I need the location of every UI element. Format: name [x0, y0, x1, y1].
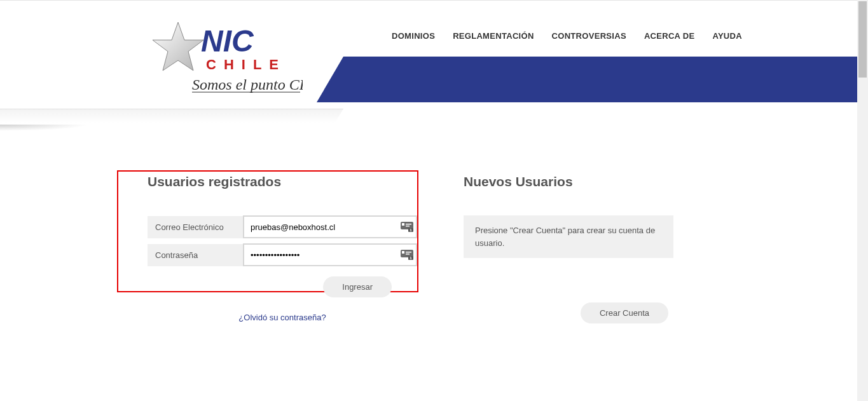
login-button[interactable]: Ingresar [323, 276, 392, 297]
divider [148, 197, 417, 198]
saved-credential-icon[interactable]: 1 [401, 222, 413, 232]
divider [464, 197, 673, 198]
login-panel: Usuarios registrados Correo Electrónico … [148, 174, 417, 323]
nav-item-acerca-de[interactable]: ACERCA DE [644, 31, 695, 41]
email-row: Correo Electrónico 1 [148, 215, 417, 238]
nav-item-controversias[interactable]: CONTROVERSIAS [552, 31, 626, 41]
email-label: Correo Electrónico [148, 216, 243, 238]
brand-logo[interactable]: NIC CHILE Somos el punto CL [151, 15, 303, 104]
svg-rect-2 [402, 223, 404, 226]
scrollbar-track[interactable] [857, 0, 868, 401]
svg-rect-3 [406, 224, 411, 225]
password-row: Contraseña 1 [148, 243, 417, 266]
svg-rect-10 [406, 254, 410, 255]
brand-name-bottom: CHILE [206, 57, 286, 72]
create-account-button[interactable]: Crear Cuenta [581, 302, 668, 323]
signup-panel: Nuevos Usuarios Presione "Crear Cuenta" … [464, 174, 673, 323]
brand-tagline: Somos el punto CL [192, 76, 303, 93]
signup-button-row: Crear Cuenta [464, 302, 673, 323]
password-label: Contraseña [148, 244, 243, 266]
forgot-password-link[interactable]: ¿Olvidó su contraseña? [238, 313, 326, 322]
password-input-wrap: 1 [243, 243, 417, 266]
header-band [343, 57, 857, 102]
signup-title: Nuevos Usuarios [464, 174, 673, 189]
scrollbar-thumb[interactable] [858, 1, 867, 78]
forgot-row: ¿Olvidó su contraseña? [148, 311, 417, 323]
svg-rect-8 [402, 251, 404, 254]
svg-rect-4 [406, 226, 410, 227]
brand-name-top: NIC [201, 24, 254, 58]
svg-marker-0 [153, 22, 203, 71]
main-nav: DOMINIOS REGLAMENTACIÓN CONTROVERSIAS AC… [392, 31, 742, 41]
svg-rect-9 [406, 252, 411, 253]
nav-item-ayuda[interactable]: AYUDA [712, 31, 742, 41]
main-content: Usuarios registrados Correo Electrónico … [0, 127, 857, 172]
login-button-row: Ingresar [148, 276, 417, 297]
page-header: NIC CHILE Somos el punto CL DOMINIOS REG… [0, 0, 857, 127]
email-input[interactable] [244, 217, 397, 237]
nav-item-dominios[interactable]: DOMINIOS [392, 31, 435, 41]
email-input-wrap: 1 [243, 215, 417, 238]
signup-info: Presione "Crear Cuenta" para crear su cu… [464, 215, 673, 258]
login-title: Usuarios registrados [148, 174, 417, 189]
nav-item-reglamentacion[interactable]: REGLAMENTACIÓN [453, 31, 534, 41]
saved-credential-icon[interactable]: 1 [401, 250, 413, 260]
password-input[interactable] [244, 245, 397, 265]
